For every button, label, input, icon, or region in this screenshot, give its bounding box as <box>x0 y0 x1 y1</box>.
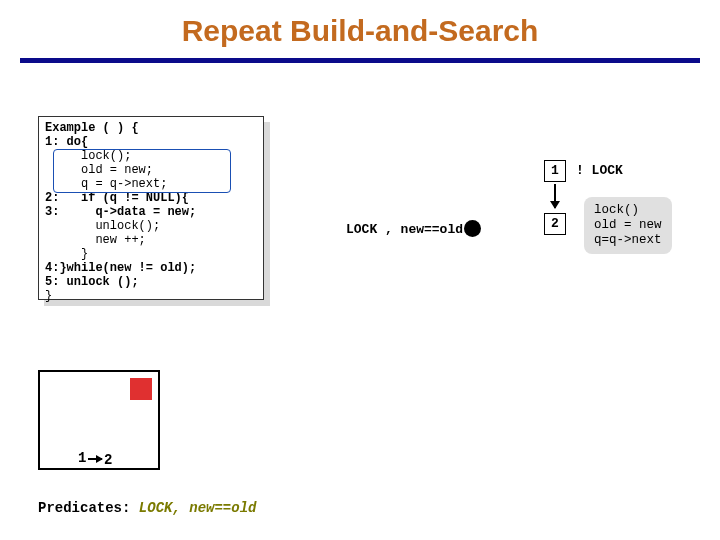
mini-node-1: 1 <box>78 450 86 466</box>
code-line: 5: unlock (); <box>45 275 139 289</box>
predicates-line: Predicates: LOCK, new==old <box>38 500 256 516</box>
node-2: 2 <box>544 213 566 235</box>
code-line: q = q->next; <box>45 177 167 191</box>
red-square-icon <box>130 378 152 400</box>
code-line: } <box>45 289 52 303</box>
title-underline <box>20 58 700 63</box>
side-line: q=q->next <box>594 233 662 248</box>
label-notlock: ! LOCK <box>576 163 623 178</box>
codebox: Example ( ) { 1: do{ lock(); old = new; … <box>38 116 264 300</box>
code-line: 4:}while(new != old); <box>45 261 196 275</box>
code-example-box: Example ( ) { 1: do{ lock(); old = new; … <box>38 116 264 300</box>
side-line: old = new <box>594 218 662 233</box>
code-line: new ++; <box>45 233 146 247</box>
cfg-graph: 1 2 ! LOCK LOCK , new==old lock() old = … <box>344 160 704 280</box>
code-line: lock(); <box>45 149 131 163</box>
code-line: old = new; <box>45 163 153 177</box>
side-annotation: lock() old = new q=q->next <box>584 197 672 254</box>
code-line: 2: if (q != NULL){ <box>45 191 189 205</box>
code-line: unlock(); <box>45 219 160 233</box>
label-lockeq: LOCK , new==old <box>346 222 463 237</box>
code-line: } <box>45 247 88 261</box>
mini-node-2: 2 <box>104 452 112 468</box>
start-dot-icon <box>464 220 481 237</box>
predicates-label: Predicates: <box>38 500 130 516</box>
mini-arrow-icon <box>88 458 102 460</box>
code-line: 1: do{ <box>45 135 88 149</box>
node-1: 1 <box>544 160 566 182</box>
predicates-value: LOCK, new==old <box>130 500 256 516</box>
code-line: 3: q->data = new; <box>45 205 196 219</box>
code-line: Example ( ) { <box>45 121 139 135</box>
slide-title: Repeat Build-and-Search <box>0 0 720 58</box>
side-line: lock() <box>594 203 662 218</box>
arrow-icon <box>554 184 556 208</box>
